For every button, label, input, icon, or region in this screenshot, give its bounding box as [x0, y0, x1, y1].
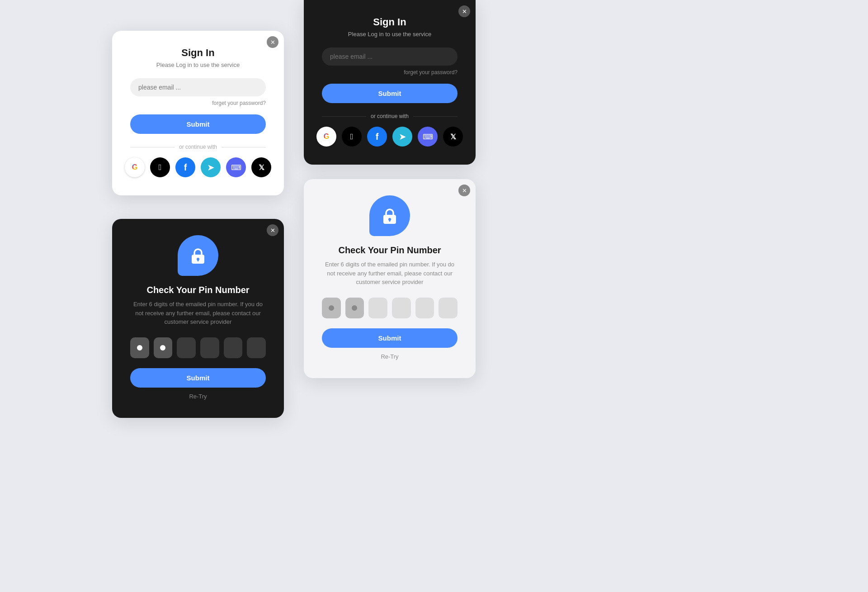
apple-dark-icon:  [350, 132, 354, 142]
signin-dark-divider: or continue with [322, 113, 458, 119]
pin-dark-input-row [130, 337, 266, 358]
x-signin-button[interactable]: 𝕏 [251, 157, 271, 177]
pin-box-2[interactable] [154, 337, 173, 358]
signin-light-divider: or continue with [130, 144, 266, 150]
signin-dark-title: Sign In [322, 16, 458, 28]
google-signin-button[interactable]: G [125, 157, 145, 177]
facebook-icon: f [184, 162, 187, 173]
signin-light-subtitle: Please Log in to use the service [130, 62, 266, 68]
google-dark-icon: G [324, 133, 329, 141]
pin-dark-close-button[interactable]: ✕ [267, 224, 278, 236]
signin-light-forgot-password[interactable]: forget your password? [130, 100, 266, 106]
signin-dark-email-input[interactable] [322, 47, 458, 66]
pin-light-box-4[interactable] [392, 298, 411, 318]
pin-box-5[interactable] [224, 337, 243, 358]
pin-dark-bubble [178, 235, 218, 276]
pin-light-box-3[interactable] [368, 298, 387, 318]
discord-signin-button[interactable]: ⌨ [226, 157, 246, 177]
apple-icon:  [159, 163, 162, 172]
signin-light-email-input[interactable] [130, 78, 266, 96]
signin-dark-divider-text: or continue with [371, 113, 409, 119]
telegram-dark-icon: ➤ [399, 131, 406, 142]
pin-light-input-row [322, 298, 458, 318]
lock-icon [188, 246, 208, 265]
signin-light-divider-text: or continue with [179, 144, 217, 150]
svg-rect-5 [389, 219, 391, 222]
signin-light-title: Sign In [130, 47, 266, 59]
google-icon: G [132, 163, 137, 171]
pin-light-box-2[interactable] [345, 298, 364, 318]
pin-dark-icon-wrap [130, 235, 266, 276]
pin-dot-1 [137, 345, 142, 350]
pin-light-box-6[interactable] [439, 298, 458, 318]
pin-dark-retry-text[interactable]: Re-Try [130, 393, 266, 400]
facebook-signin-button[interactable]: f [175, 157, 195, 177]
telegram-dark-signin-button[interactable]: ➤ [392, 127, 412, 147]
pin-dark-submit-button[interactable]: Submit [130, 368, 266, 388]
pin-box-3[interactable] [177, 337, 196, 358]
discord-icon: ⌨ [231, 163, 241, 172]
pin-light-dot-2 [352, 305, 357, 311]
pin-dark-description: Enter 6 digits of the emailed pin number… [130, 300, 266, 327]
signin-dark-submit-button[interactable]: Submit [322, 84, 458, 103]
signin-light-card: ✕ Sign In Please Log in to use the servi… [112, 31, 284, 195]
signin-light-submit-button[interactable]: Submit [130, 114, 266, 134]
pin-box-1[interactable] [130, 337, 149, 358]
signin-dark-social-row: G  f ➤ ⌨ 𝕏 [322, 127, 458, 147]
apple-dark-signin-button[interactable]:  [342, 127, 362, 147]
x-dark-signin-button[interactable]: 𝕏 [443, 127, 463, 147]
signin-light-social-row: G  f ➤ ⌨ 𝕏 [130, 157, 266, 177]
pin-dot-2 [160, 345, 165, 350]
pin-light-card: ✕ Check Your Pin Number Enter 6 digits o… [304, 179, 476, 378]
facebook-dark-icon: f [376, 132, 379, 142]
signin-dark-card: ✕ Sign In Please Log in to use the servi… [304, 0, 476, 165]
signin-dark-close-button[interactable]: ✕ [458, 5, 470, 17]
svg-rect-2 [198, 259, 199, 261]
pin-light-retry-text[interactable]: Re-Try [322, 353, 458, 360]
pin-box-6[interactable] [247, 337, 266, 358]
pin-light-bubble [369, 195, 410, 236]
pin-light-box-1[interactable] [322, 298, 341, 318]
divider-line-left [130, 147, 175, 147]
telegram-icon: ➤ [207, 162, 215, 173]
pin-light-close-button[interactable]: ✕ [458, 185, 470, 196]
signin-dark-forgot-password[interactable]: forget your password? [322, 69, 458, 76]
pin-light-icon-wrap [322, 195, 458, 236]
signin-light-close-button[interactable]: ✕ [267, 36, 278, 48]
divider-line-right [413, 116, 458, 117]
telegram-signin-button[interactable]: ➤ [201, 157, 221, 177]
discord-dark-signin-button[interactable]: ⌨ [418, 127, 438, 147]
pin-light-title: Check Your Pin Number [322, 245, 458, 256]
pin-light-dot-1 [329, 305, 334, 311]
divider-line-left [322, 116, 366, 117]
signin-dark-subtitle: Please Log in to use the service [322, 31, 458, 38]
lock-light-icon [380, 206, 400, 226]
google-dark-signin-button[interactable]: G [316, 127, 336, 147]
pin-dark-card: ✕ Check Your Pin Number Enter 6 digits o… [112, 219, 284, 418]
divider-line-right [222, 147, 266, 147]
facebook-dark-signin-button[interactable]: f [367, 127, 387, 147]
pin-dark-title: Check Your Pin Number [130, 285, 266, 295]
apple-signin-button[interactable]:  [150, 157, 170, 177]
pin-light-box-5[interactable] [415, 298, 434, 318]
discord-dark-icon: ⌨ [423, 133, 433, 141]
x-icon: 𝕏 [259, 163, 264, 172]
pin-light-submit-button[interactable]: Submit [322, 328, 458, 348]
pin-light-description: Enter 6 digits of the emailed pin number… [322, 260, 458, 287]
pin-box-4[interactable] [200, 337, 219, 358]
x-dark-icon: 𝕏 [450, 133, 456, 141]
